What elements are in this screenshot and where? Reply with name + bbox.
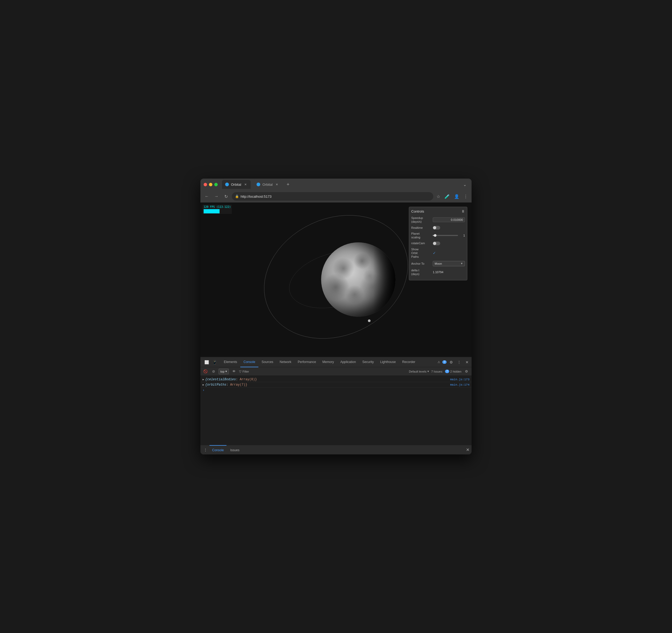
tab-security[interactable]: Security bbox=[359, 357, 377, 367]
default-levels-arrow: ▾ bbox=[428, 370, 429, 373]
issues-count-badge[interactable]: 7 bbox=[445, 370, 449, 373]
tab-performance[interactable]: Performance bbox=[294, 357, 319, 367]
tab-overflow-button[interactable]: ⌄ bbox=[461, 181, 469, 188]
tab-title-2: Orbital bbox=[262, 182, 272, 187]
reload-button[interactable]: ↻ bbox=[222, 193, 230, 200]
browser-window: 🌐 Orbital ✕ 🌐 Orbital ✕ + ⌄ ← → ↻ 🔒 http… bbox=[200, 178, 472, 455]
tab-memory[interactable]: Memory bbox=[319, 357, 337, 367]
console-output: ▶ {celestialBodies : Array(8)} main.js:1… bbox=[200, 376, 472, 445]
console-value-2: Array(7)} bbox=[230, 383, 247, 387]
console-settings-button[interactable]: ⚙ bbox=[463, 369, 470, 374]
console-filter-button[interactable]: ⊘ bbox=[211, 369, 216, 374]
realtime-toggle[interactable] bbox=[433, 226, 440, 229]
close-traffic-light[interactable] bbox=[203, 183, 207, 186]
devtools-tabs: ⬜ 📱 Elements Console Sources Network Per… bbox=[200, 357, 472, 367]
menu-icon[interactable]: ⋮ bbox=[462, 193, 469, 200]
minimize-traffic-light[interactable] bbox=[209, 183, 212, 186]
console-value-1: Array(8)} bbox=[240, 378, 257, 381]
devtools-device-icon[interactable]: 📱 bbox=[211, 359, 218, 366]
top-context-selector[interactable]: top ▾ bbox=[218, 369, 229, 374]
tab-recorder[interactable]: Recorder bbox=[399, 357, 418, 367]
fps-counter: 120 FPS (113-122) bbox=[202, 204, 232, 214]
planet-scaling-thumb bbox=[434, 234, 436, 237]
console-eye-button[interactable]: 👁 bbox=[231, 369, 237, 374]
top-context-arrow: ▾ bbox=[225, 370, 227, 373]
star-icon[interactable]: ☆ bbox=[435, 193, 441, 200]
console-colon-1: : bbox=[236, 378, 240, 381]
issues-count-label: 7 Issues: bbox=[431, 370, 443, 373]
console-colon-2: : bbox=[226, 383, 230, 387]
console-toolbar: 🚫 ⊘ top ▾ 👁 ▽ Filter Default levels ▾ 7 … bbox=[200, 367, 472, 376]
rotate-cam-toggle[interactable] bbox=[433, 242, 440, 245]
tab-close-2[interactable]: ✕ bbox=[275, 182, 279, 187]
speedup-row: Speedup(days/s) 0.010000 bbox=[411, 216, 465, 224]
anchor-to-value: Moon bbox=[435, 262, 442, 265]
filter-wrap[interactable]: ▽ Filter bbox=[239, 370, 249, 373]
expand-arrow-1[interactable]: ▶ bbox=[202, 378, 204, 381]
new-tab-button[interactable]: + bbox=[284, 181, 292, 188]
lock-icon: 🔒 bbox=[235, 195, 239, 198]
devtools-settings-icon[interactable]: ⚙ bbox=[448, 359, 455, 366]
planet-scaling-slider[interactable] bbox=[433, 235, 458, 236]
realtime-toggle-knob bbox=[433, 226, 436, 229]
devtools-bottom-bar: ⋮ Console Issues ✕ bbox=[200, 445, 472, 455]
tab-network[interactable]: Network bbox=[277, 357, 294, 367]
console-prompt[interactable]: › bbox=[200, 387, 472, 393]
tab-console[interactable]: Console bbox=[240, 357, 258, 367]
devtools-close-icon[interactable]: ✕ bbox=[463, 359, 471, 366]
bottom-tab-issues[interactable]: Issues bbox=[227, 445, 242, 455]
tab-favicon-2: 🌐 bbox=[257, 182, 260, 186]
file-link-2[interactable]: main.js:174 bbox=[450, 383, 470, 386]
speedup-value[interactable]: 0.010000 bbox=[433, 217, 465, 222]
tab-application[interactable]: Application bbox=[337, 357, 359, 367]
maximize-traffic-light[interactable] bbox=[214, 183, 218, 186]
bottom-tab-console[interactable]: Console bbox=[210, 445, 226, 455]
tab-sources[interactable]: Sources bbox=[258, 357, 277, 367]
top-context-label: top bbox=[220, 370, 224, 373]
console-key-1: {celestialBodies bbox=[205, 378, 236, 381]
svg-point-2 bbox=[368, 319, 370, 322]
controls-pause-button[interactable]: ⏸ bbox=[461, 209, 465, 213]
moon-body bbox=[321, 242, 395, 317]
extension-icon[interactable]: 🧪 bbox=[443, 193, 451, 200]
orbit-paths-check[interactable]: ✓ bbox=[433, 251, 436, 255]
bottom-close-button[interactable]: ✕ bbox=[466, 447, 470, 452]
issues-badge[interactable]: 7 bbox=[442, 360, 447, 364]
address-input-wrap[interactable]: 🔒 http://localhost:5173 bbox=[232, 192, 433, 201]
planet-scaling-label: Planetscaling bbox=[411, 232, 431, 239]
tab-elements[interactable]: Elements bbox=[221, 357, 240, 367]
orbit-paths-row: ShowOrbitPaths ✓ bbox=[411, 247, 465, 259]
prompt-arrow: › bbox=[202, 389, 205, 392]
browser-tab-1[interactable]: 🌐 Orbital ✕ bbox=[222, 180, 251, 189]
address-text: http://localhost:5173 bbox=[241, 195, 430, 198]
delta-t-label: delta t(days) bbox=[411, 268, 431, 276]
anchor-to-select[interactable]: Moon ▼ bbox=[433, 261, 465, 266]
traffic-lights bbox=[203, 183, 218, 186]
bottom-menu-icon[interactable]: ⋮ bbox=[202, 447, 209, 453]
browser-content: 120 FPS (113-122) Controls ⏸ bbox=[200, 202, 472, 357]
console-line-1[interactable]: ▶ {celestialBodies : Array(8)} main.js:1… bbox=[200, 377, 472, 382]
tab-close-1[interactable]: ✕ bbox=[243, 182, 247, 187]
speedup-label: Speedup(days/s) bbox=[411, 216, 431, 224]
speedup-input: 0.010000 bbox=[433, 217, 465, 222]
devtools-panel: ⬜ 📱 Elements Console Sources Network Per… bbox=[200, 357, 472, 455]
devtools-inspect-icon[interactable]: ⬜ bbox=[203, 359, 210, 366]
controls-panel: Controls ⏸ Speedup(days/s) 0.010000 Real… bbox=[409, 207, 467, 281]
browser-tab-2[interactable]: 🌐 Orbital ✕ bbox=[253, 180, 282, 189]
tab-lighthouse[interactable]: Lighthouse bbox=[377, 357, 399, 367]
anchor-to-row: Anchor To Moon ▼ bbox=[411, 261, 465, 266]
tab-favicon-1: 🌐 bbox=[225, 182, 229, 186]
rotate-cam-knob bbox=[433, 242, 436, 245]
console-clear-button[interactable]: 🚫 bbox=[202, 369, 209, 374]
back-button[interactable]: ← bbox=[203, 193, 211, 200]
expand-arrow-2[interactable]: ▶ bbox=[202, 383, 204, 386]
address-right-icons: ☆ 🧪 👤 ⋮ bbox=[435, 193, 469, 200]
file-link-1[interactable]: main.js:173 bbox=[450, 378, 470, 381]
profile-icon[interactable]: 👤 bbox=[453, 193, 460, 200]
issues-hidden-label: 2 hidden bbox=[450, 370, 461, 373]
devtools-more-icon[interactable]: ⋮ bbox=[456, 359, 462, 366]
issues-count-display: 7 Issues: 7 2 hidden bbox=[431, 370, 461, 373]
default-levels-selector[interactable]: Default levels ▾ bbox=[409, 370, 429, 373]
console-line-2[interactable]: ▶ {orbitPaths : Array(7)} main.js:174 bbox=[200, 382, 472, 387]
forward-button[interactable]: → bbox=[213, 193, 220, 200]
